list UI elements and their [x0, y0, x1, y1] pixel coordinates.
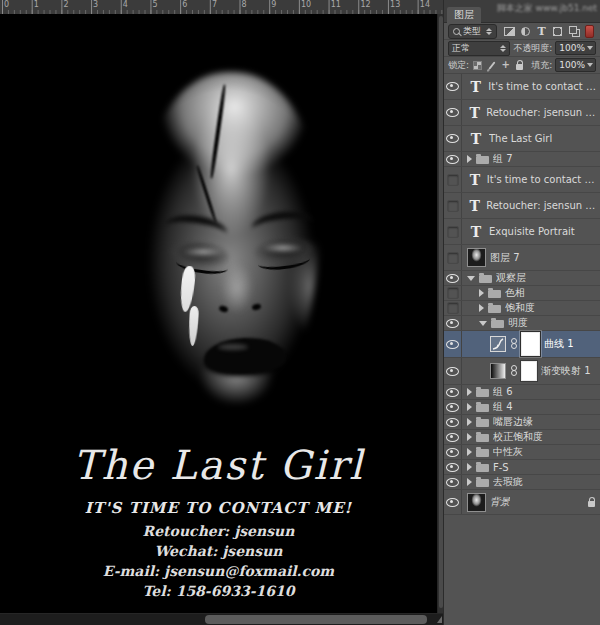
layer-row[interactable]: 背景 [444, 490, 600, 515]
layer-visibility-toggle[interactable] [444, 286, 462, 300]
layer-row[interactable]: 图层 7 [444, 245, 600, 271]
eye-icon [446, 134, 459, 143]
lock-image-pixels-button[interactable] [486, 59, 497, 72]
fill-input[interactable]: 100% [555, 58, 596, 72]
layer-row[interactable]: 组 7 [444, 152, 600, 167]
eye-icon [446, 388, 459, 397]
filter-shape-layers-button[interactable] [551, 25, 564, 38]
tab-layers[interactable]: 图层 [447, 7, 481, 24]
chevron-collapsed-icon[interactable] [479, 304, 484, 312]
layer-name: It's time to contact me! ... [487, 174, 600, 185]
layer-visibility-toggle[interactable] [444, 475, 462, 489]
layer-visibility-toggle[interactable] [444, 400, 462, 414]
filter-adjustment-layers-button[interactable] [519, 25, 532, 38]
layer-visibility-toggle[interactable] [444, 445, 462, 459]
folder-icon [476, 479, 489, 487]
filter-smart-objects-button[interactable] [567, 25, 580, 38]
layer-row[interactable]: 嘴唇边缘 [444, 415, 600, 430]
layer-row-content: 中性灰 [462, 445, 600, 459]
opacity-input[interactable]: 100% [555, 41, 596, 55]
layer-row[interactable]: 中性灰 [444, 445, 600, 460]
horizontal-scrollbar[interactable] [0, 613, 443, 625]
layer-row[interactable]: TIt's time to contact me! ... [444, 167, 600, 193]
folder-icon [476, 404, 489, 412]
blend-mode-select[interactable]: 正常 [448, 41, 510, 56]
curves-adjustment-icon[interactable] [490, 336, 506, 352]
layer-visibility-toggle[interactable] [444, 100, 462, 125]
lock-position-button[interactable]: + [500, 59, 511, 72]
layer-row[interactable]: 观察层 [444, 271, 600, 286]
layer-row[interactable]: 色相 [444, 286, 600, 301]
chevron-expanded-icon[interactable] [479, 321, 487, 326]
chevron-collapsed-icon[interactable] [467, 463, 472, 471]
lock-transparent-pixels-button[interactable] [472, 59, 483, 72]
layer-visibility-toggle[interactable] [444, 167, 462, 192]
layer-row[interactable]: F-S [444, 460, 600, 475]
layer-name: Exquisite Portrait [489, 226, 575, 237]
eye-well [447, 287, 459, 299]
chevron-collapsed-icon[interactable] [467, 155, 472, 163]
layer-visibility-toggle[interactable] [444, 460, 462, 474]
layer-row[interactable]: TRetoucher: jsensun Wech... [444, 100, 600, 126]
chevron-collapsed-icon[interactable] [467, 433, 472, 441]
image-icon [504, 27, 515, 36]
ruler-number: 9 [271, 1, 276, 9]
chevron-collapsed-icon[interactable] [467, 388, 472, 396]
filter-toggle-button[interactable] [583, 25, 596, 38]
layer-visibility-toggle[interactable] [444, 152, 462, 166]
layer-visibility-toggle[interactable] [444, 358, 462, 384]
chevron-collapsed-icon[interactable] [467, 403, 472, 411]
layer-row[interactable]: TRetoucher: jsensun Wech... [444, 193, 600, 219]
layer-visibility-toggle[interactable] [444, 316, 462, 330]
layer-visibility-toggle[interactable] [444, 490, 462, 514]
ruler-number: 7 [212, 1, 217, 9]
layer-row[interactable]: TThe Last Girl [444, 126, 600, 152]
layer-visibility-toggle[interactable] [444, 301, 462, 315]
layer-row-content: 组 7 [462, 152, 600, 166]
layer-row[interactable]: 去瑕疵 [444, 475, 600, 490]
layer-mask-thumbnail[interactable] [521, 332, 540, 356]
layer-row-content: TThe Last Girl [462, 126, 600, 151]
layer-row[interactable]: 组 6 [444, 385, 600, 400]
search-icon [453, 28, 460, 35]
chevron-collapsed-icon[interactable] [467, 478, 472, 486]
filter-kind-dropdown[interactable]: 类型 [448, 24, 497, 39]
chevron-expanded-icon[interactable] [467, 276, 475, 281]
layer-visibility-toggle[interactable] [444, 385, 462, 399]
document-canvas[interactable]: The Last Girl IT'S TIME TO CONTACT ME! R… [0, 14, 437, 613]
gradient-map-adjustment-icon[interactable] [490, 363, 506, 379]
layer-visibility-toggle[interactable] [444, 193, 462, 218]
ruler-number: 8 [242, 1, 247, 9]
layer-visibility-toggle[interactable] [444, 126, 462, 151]
layer-row[interactable]: 校正饱和度 [444, 430, 600, 445]
horizontal-scrollbar-thumb[interactable] [205, 615, 427, 624]
folder-icon [491, 320, 504, 328]
layer-visibility-toggle[interactable] [444, 430, 462, 444]
type-layer-icon: T [467, 173, 483, 187]
lock-all-button[interactable] [514, 59, 525, 72]
layer-row[interactable]: TIt's time to contact me! [444, 74, 600, 100]
layer-row[interactable]: 饱和度 [444, 301, 600, 316]
layer-visibility-toggle[interactable] [444, 219, 462, 244]
layer-visibility-toggle[interactable] [444, 271, 462, 285]
layer-visibility-toggle[interactable] [444, 245, 462, 270]
layer-name: F-S [493, 462, 509, 473]
layer-row[interactable]: 组 4 [444, 400, 600, 415]
filter-type-layers-button[interactable]: T [535, 25, 548, 38]
chevron-collapsed-icon[interactable] [467, 448, 472, 456]
layer-name: 中性灰 [493, 445, 523, 459]
layer-row[interactable]: 曲线 1 [444, 331, 600, 358]
layer-name: 去瑕疵 [493, 475, 523, 489]
chevron-collapsed-icon[interactable] [479, 289, 484, 297]
chevron-collapsed-icon[interactable] [467, 418, 472, 426]
layer-mask-thumbnail[interactable] [521, 361, 537, 381]
layer-visibility-toggle[interactable] [444, 415, 462, 429]
layer-visibility-toggle[interactable] [444, 74, 462, 99]
ruler-horizontal: 01234567891011121314 [0, 0, 443, 15]
type-layer-icon: T [467, 199, 482, 213]
layer-visibility-toggle[interactable] [444, 331, 462, 357]
filter-pixel-layers-button[interactable] [503, 25, 516, 38]
layer-row[interactable]: TExquisite Portrait [444, 219, 600, 245]
layer-row[interactable]: 渐变映射 1 [444, 358, 600, 385]
layer-row[interactable]: 明度 [444, 316, 600, 331]
